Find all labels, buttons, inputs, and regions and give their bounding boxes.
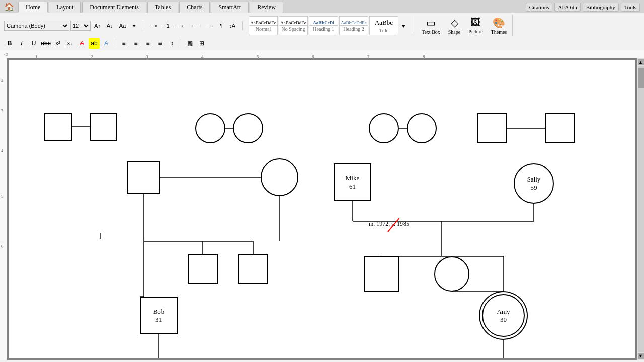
underline-btn[interactable]: U — [28, 38, 39, 49]
shape-ci4[interactable] — [407, 113, 437, 143]
superscript-btn[interactable]: x² — [52, 38, 63, 49]
shape-icon: ◇ — [451, 17, 458, 29]
tab-bar: 🏠 Home Layout Document Elements Tables C… — [0, 0, 644, 13]
tab-document-elements[interactable]: Document Elements — [82, 2, 146, 13]
ruler-mark-3: 3 — [146, 54, 148, 59]
bold-btn[interactable]: B — [4, 38, 15, 49]
strikethrough-btn[interactable]: abc — [40, 38, 51, 49]
font-color-btn[interactable]: A — [76, 38, 88, 49]
font-family-select[interactable]: Cambria (Body) — [4, 21, 69, 31]
doc-area: 2 3 4 5 6 — [0, 58, 644, 360]
style-normal-label: Normal — [249, 25, 277, 32]
shrink-font-btn[interactable]: A↓ — [104, 21, 116, 30]
ruler-mark-4: 4 — [201, 54, 204, 59]
left-ruler-6: 6 — [1, 244, 3, 249]
mike-label: Mike61 — [346, 174, 359, 191]
line-spacing-btn[interactable]: ↕ — [167, 38, 178, 49]
scroll-down-btn[interactable]: ▼ — [638, 353, 644, 359]
style-no-spacing[interactable]: AaBbCcDdEe No Spacing — [279, 16, 308, 35]
home-icon-area: 🏠 — [0, 1, 18, 13]
grow-font-btn[interactable]: A↑ — [92, 21, 103, 30]
shape-sq3[interactable] — [477, 113, 507, 143]
align-right-btn[interactable]: ≡ — [142, 38, 153, 49]
scroll-thumb[interactable] — [638, 68, 644, 88]
shape-ci6[interactable] — [434, 256, 469, 292]
bibliography-btn[interactable]: Bibliography — [583, 3, 619, 12]
shape-label: Shape — [448, 29, 460, 35]
citations-btn[interactable]: Citations — [526, 3, 553, 12]
font-group: Cambria (Body) 12 A↑ A↓ Aa ✦ — [4, 21, 143, 31]
text-effects-btn[interactable]: A — [101, 38, 112, 49]
shape-sq5[interactable] — [127, 161, 160, 194]
align-center-btn[interactable]: ≡ — [130, 38, 141, 49]
style-normal[interactable]: AaBbCcDdEe Normal — [249, 16, 278, 35]
shape-sq1[interactable] — [44, 113, 72, 141]
themes-icon: 🎨 — [493, 17, 505, 29]
style-heading2[interactable]: AaBbCcDdEe Heading 2 — [339, 16, 368, 35]
scroll-up-btn[interactable]: ▲ — [638, 59, 644, 65]
shape-bob[interactable]: Bob31 — [140, 297, 178, 334]
font-case-btn[interactable]: Aa — [117, 21, 128, 30]
marriage-text: m. 1972, s. 1985 — [369, 220, 409, 227]
style-title-preview: AaBbc — [375, 19, 393, 27]
tab-layout[interactable]: Layout — [49, 2, 81, 13]
shape-ci2[interactable] — [233, 113, 263, 143]
ruler-mark-5: 5 — [257, 54, 259, 59]
shading-btn[interactable]: ▩ — [184, 38, 195, 49]
shape-ci5[interactable] — [261, 158, 298, 196]
shape-sq2[interactable] — [90, 113, 117, 141]
multilevel-btn[interactable]: ≡→ — [173, 21, 187, 30]
shape-amy[interactable]: Amy30 — [482, 294, 525, 337]
shape-ci3[interactable] — [369, 113, 399, 143]
tab-smartart[interactable]: SmartArt — [211, 2, 249, 13]
italic-btn[interactable]: I — [16, 38, 27, 49]
tab-tables[interactable]: Tables — [147, 2, 178, 13]
numbering-btn[interactable]: ≡1 — [160, 21, 172, 30]
tab-review[interactable]: Review — [250, 2, 283, 13]
increase-indent-btn[interactable]: ≡→ — [203, 21, 216, 30]
style-heading1[interactable]: AaBbCcDi Heading 1 — [309, 16, 338, 35]
shape-sq8[interactable] — [364, 256, 399, 292]
clear-format-btn[interactable]: ✦ — [129, 21, 139, 31]
marriage-label: m. 1972, s. 1985 — [369, 220, 409, 228]
style-title[interactable]: AaBbc Title — [369, 16, 398, 35]
amy-label: Amy30 — [497, 308, 510, 324]
textbox-icon: ▭ — [426, 17, 436, 29]
shape-insert-btn[interactable]: ◇ Shape — [445, 15, 464, 36]
shape-mike[interactable]: Mike61 — [334, 163, 371, 201]
font-size-select[interactable]: 12 — [70, 21, 91, 31]
paragraph-group: ≡• ≡1 ≡→ ←≡ ≡→ ¶ ↕A — [149, 21, 243, 30]
justify-btn[interactable]: ≡ — [154, 38, 166, 49]
styles-more-btn[interactable]: ▾ — [399, 21, 408, 31]
shape-sq6[interactable] — [188, 254, 218, 284]
picture-insert-btn[interactable]: 🖼 Picture — [465, 15, 486, 36]
sort-btn[interactable]: ↕A — [226, 21, 238, 30]
insert-group: ▭ Text Box ◇ Shape 🖼 Picture 🎨 Themes — [416, 15, 513, 36]
highlight-btn[interactable]: ab — [89, 38, 100, 49]
right-scrollbar[interactable]: ▲ ▼ — [637, 58, 644, 360]
themes-insert-btn[interactable]: 🎨 Themes — [488, 15, 511, 36]
borders-btn[interactable]: ⊞ — [196, 38, 207, 49]
shape-sally[interactable]: Sally59 — [514, 163, 554, 204]
shape-ci1[interactable] — [195, 113, 225, 143]
connection-lines — [9, 60, 635, 358]
tab-home[interactable]: Home — [18, 2, 48, 13]
apa-btn[interactable]: APA 6th — [554, 3, 580, 12]
bob-label: Bob31 — [153, 308, 165, 324]
style-no-spacing-preview: AaBbCcDdEe — [280, 20, 306, 25]
left-ruler-4: 4 — [1, 149, 3, 153]
subscript-btn[interactable]: x₂ — [64, 38, 75, 49]
tools-btn[interactable]: Tools — [621, 3, 640, 12]
divider1 — [115, 39, 115, 48]
tab-charts[interactable]: Charts — [179, 2, 210, 13]
bullets-btn[interactable]: ≡• — [149, 21, 159, 30]
textbox-insert-btn[interactable]: ▭ Text Box — [418, 15, 444, 36]
align-left-btn[interactable]: ≡ — [118, 38, 129, 49]
decrease-indent-btn[interactable]: ←≡ — [188, 21, 201, 30]
show-hide-btn[interactable]: ¶ — [217, 21, 225, 30]
shape-sq7[interactable] — [238, 254, 268, 284]
doc-page[interactable]: Mike61 Sally59 m. 1972, s. 1985 Bob31 — [9, 60, 635, 358]
scroll-track[interactable] — [638, 66, 644, 352]
ribbon: Cambria (Body) 12 A↑ A↓ Aa ✦ ≡• ≡1 ≡→ ←≡… — [0, 13, 644, 50]
shape-sq4[interactable] — [545, 113, 575, 143]
